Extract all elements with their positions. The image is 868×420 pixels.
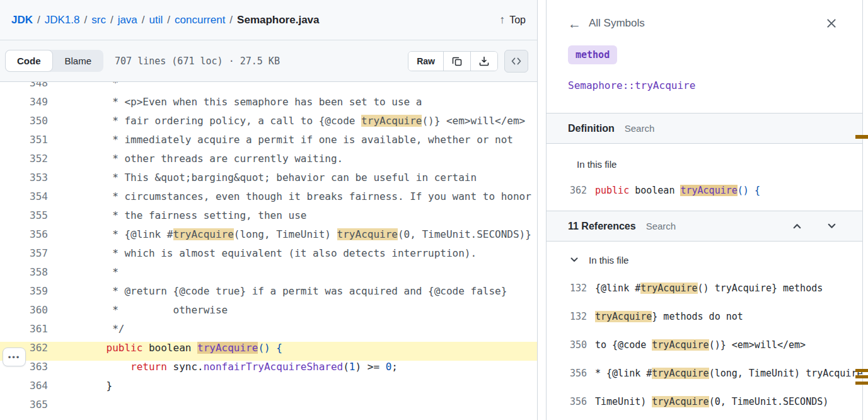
breadcrumb-link[interactable]: JDK [11, 14, 33, 26]
line-number[interactable]: 350 [0, 115, 48, 134]
references-scope-toggle[interactable]: In this file [547, 242, 862, 267]
code-line: 362 public boolean tryAcquire() { [0, 342, 537, 361]
code-text: * circumstances, even though it breaks f… [48, 190, 537, 209]
reference-row[interactable]: 356TimeUnit) tryAcquire(0, TimeUnit.SECO… [568, 394, 862, 409]
reference-row[interactable]: 350to {@code tryAcquire()} <em>will</em> [568, 337, 862, 353]
back-to-top-button[interactable]: ↑ Top [499, 13, 526, 26]
definition-section: Definition Search In this file 362public… [547, 113, 862, 211]
definition-search-link[interactable]: Search [625, 123, 655, 134]
code-line: 355 * the fairness setting, then use [0, 209, 537, 228]
code-text: public boolean tryAcquire() { [48, 342, 537, 361]
line-number[interactable]: 358 [0, 266, 48, 285]
breadcrumb-link[interactable]: JDK1.8 [45, 14, 80, 26]
code-symbols-icon [511, 56, 521, 66]
code-text [48, 399, 537, 417]
code-text: * [48, 82, 537, 96]
code-column: JDK/JDK1.8/src/java/util/concurrent/Sema… [0, 0, 538, 420]
download-icon [479, 56, 489, 66]
references-list: 132{@link #tryAcquire() tryAcquire} meth… [547, 281, 862, 409]
line-number[interactable]: 365 [0, 399, 48, 417]
line-number[interactable]: 357 [0, 247, 48, 266]
symbols-panel: ← All Symbols method Semaphore::tryAcqui… [546, 0, 862, 420]
line-number[interactable]: 352 [0, 153, 48, 172]
reference-row[interactable]: 132{@link #tryAcquire() tryAcquire} meth… [568, 281, 862, 296]
chevron-down-icon [826, 221, 837, 231]
code-text: * {@link #tryAcquire(long, TimeUnit) try… [48, 228, 537, 247]
line-number[interactable]: 353 [0, 172, 48, 190]
code-text: * <p>Even when this semaphore has been s… [48, 96, 537, 115]
all-symbols-back-button[interactable]: ← All Symbols [568, 17, 645, 30]
code-text: * otherwise [48, 304, 537, 323]
reference-row[interactable]: 132tryAcquire} methods do not [568, 309, 862, 324]
breadcrumb-link[interactable]: java [118, 14, 137, 26]
breadcrumb-link[interactable]: util [149, 14, 163, 26]
line-number[interactable]: 356 [0, 228, 48, 247]
scroll-match-marker [855, 135, 868, 139]
code-text: */ [48, 323, 537, 342]
reference-row[interactable]: 356* {@link #tryAcquire(long, TimeUnit) … [568, 366, 862, 381]
breadcrumb-link[interactable]: concurrent [175, 14, 225, 26]
line-number[interactable]: 348 [0, 82, 48, 96]
code-text: * immediately acquire a permit if one is… [48, 134, 537, 153]
reference-snippet: * {@link #tryAcquire(long, TimeUnit) try… [595, 366, 862, 381]
code-viewer-page: JDK/JDK1.8/src/java/util/concurrent/Sema… [0, 0, 868, 420]
breadcrumb-link[interactable]: src [91, 14, 106, 26]
raw-button[interactable]: Raw [408, 52, 443, 71]
code-text: return sync.nonfairTryAcquireShared(1) >… [48, 361, 537, 380]
top-label: Top [509, 15, 526, 26]
code-line: 353 * This &quot;barging&quot; behavior … [0, 172, 537, 190]
references-search-link[interactable]: Search [646, 221, 676, 231]
breadcrumb-separator: / [80, 14, 92, 26]
ellipsis-icon: ••• [8, 353, 21, 362]
line-number[interactable]: 359 [0, 285, 48, 304]
reference-line-number: 356 [568, 394, 587, 409]
code-text: * which is almost equivalent (it also de… [48, 247, 537, 266]
line-actions-button[interactable]: ••• [3, 347, 26, 366]
symbol-name: Semaphore::tryAcquire [568, 79, 862, 93]
download-button[interactable] [470, 52, 497, 71]
symbols-pane-toggle-button[interactable] [504, 50, 528, 73]
code-line: 360 * otherwise [0, 304, 537, 323]
references-title: 11 References [568, 221, 636, 232]
line-number[interactable]: 360 [0, 304, 48, 323]
tab-blame[interactable]: Blame [53, 50, 104, 72]
copy-icon [452, 56, 462, 66]
raw-button-group: Raw [408, 51, 498, 71]
copy-button[interactable] [443, 52, 470, 71]
tab-code[interactable]: Code [5, 50, 53, 72]
arrow-left-icon: ← [568, 17, 581, 30]
previous-reference-button[interactable] [792, 221, 802, 231]
reference-line-number: 362 [568, 183, 587, 198]
close-panel-button[interactable] [826, 18, 837, 29]
definition-row[interactable]: 362public boolean tryAcquire() { [568, 183, 862, 198]
code-line: 358 * [0, 266, 537, 285]
reference-line-number: 350 [568, 337, 587, 353]
definition-header: Definition Search [547, 113, 862, 144]
breadcrumb-separator: / [225, 14, 237, 26]
scrollbar-rail[interactable] [862, 0, 868, 420]
next-reference-button[interactable] [826, 221, 837, 231]
reference-snippet: TimeUnit) tryAcquire(0, TimeUnit.SECONDS… [595, 394, 862, 409]
code-line: 352 * other threads are currently waitin… [0, 153, 537, 172]
code-text: } [48, 380, 537, 399]
close-icon [826, 18, 837, 29]
line-number[interactable]: 355 [0, 209, 48, 228]
line-number[interactable]: 349 [0, 96, 48, 115]
reference-line-number: 132 [568, 309, 587, 324]
line-number[interactable]: 351 [0, 134, 48, 153]
breadcrumb-separator: / [106, 14, 118, 26]
line-number[interactable]: 354 [0, 190, 48, 209]
line-number[interactable]: 361 [0, 323, 48, 342]
scroll-match-marker [855, 382, 868, 385]
breadcrumb-separator: / [137, 14, 149, 26]
code-lines: 348 *349 * <p>Even when this semaphore h… [0, 82, 537, 417]
definition-title: Definition [568, 123, 615, 134]
toolbar-actions: Raw [408, 50, 528, 73]
line-number[interactable]: 364 [0, 380, 48, 399]
code-text: * the fairness setting, then use [48, 209, 537, 228]
reference-snippet: to {@code tryAcquire()} <em>will</em> [595, 337, 862, 353]
references-header: 11 References Search [547, 211, 862, 242]
symbols-panel-header: ← All Symbols [547, 0, 862, 33]
breadcrumb-separator: / [33, 14, 45, 26]
reference-line-number: 356 [568, 366, 587, 381]
